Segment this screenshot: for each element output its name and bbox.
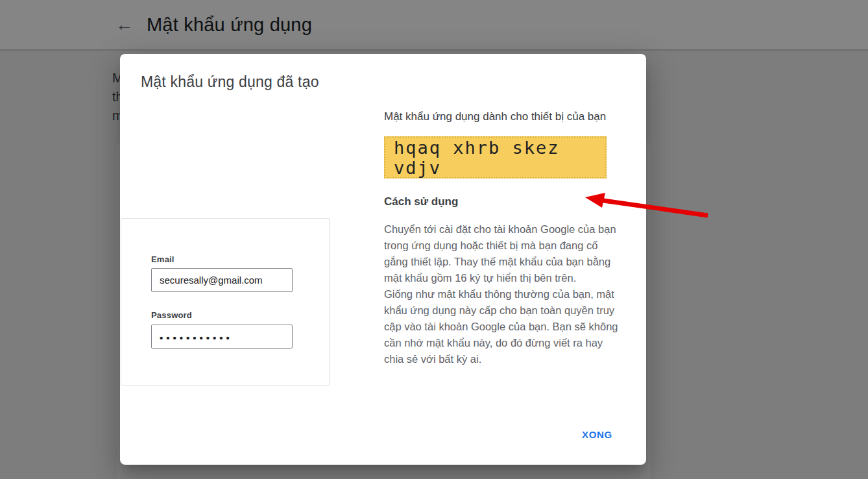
dialog-title: Mật khẩu ứng dụng đã tạo: [141, 73, 319, 91]
done-button[interactable]: XONG: [577, 425, 618, 444]
device-password-heading: Mật khẩu ứng dụng dành cho thiết bị của …: [384, 108, 623, 125]
dialog-right-column: Mật khẩu ứng dụng dành cho thiết bị của …: [384, 108, 623, 367]
example-login-card: Email securesally@gmail.com Password •••…: [121, 218, 330, 386]
generated-app-password-dialog: Mật khẩu ứng dụng đã tạo Email securesal…: [120, 54, 646, 465]
usage-heading: Cách sử dụng: [384, 195, 623, 208]
password-field[interactable]: •••••••••••: [151, 325, 293, 349]
usage-paragraph: Chuyển tới cài đặt cho tài khoản Google …: [384, 221, 623, 286]
app-passwords-page: ← Mật khẩu ứng dụng M th m Mật khẩu ứng …: [0, 0, 868, 479]
email-field[interactable]: securesally@gmail.com: [151, 268, 293, 292]
password-label: Password: [151, 310, 192, 320]
email-label: Email: [151, 254, 175, 264]
usage-paragraph: Giống như mật khẩu thông thường của bạn,…: [384, 286, 623, 367]
generated-app-password[interactable]: hqaq xhrb skez vdjv: [384, 136, 607, 178]
